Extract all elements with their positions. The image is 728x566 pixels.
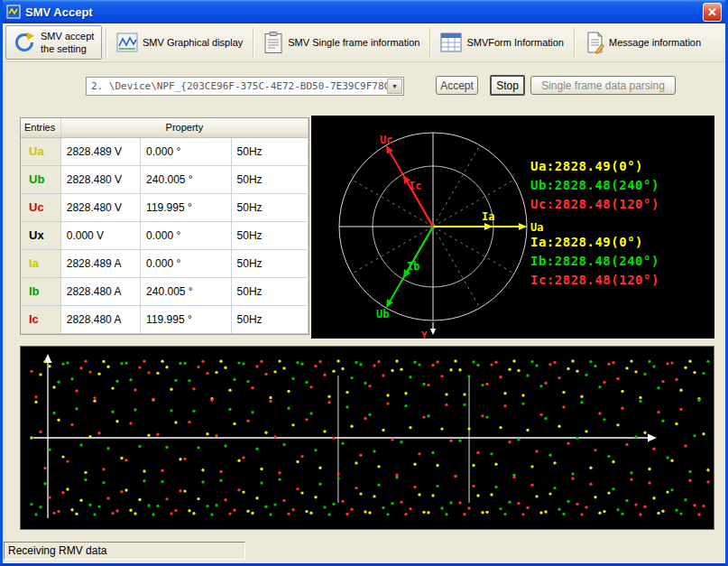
readout-uc: Uc:2828.48(120°) <box>530 195 659 214</box>
value-cell: 2828.480 A <box>60 305 140 333</box>
svg-text:Ic: Ic <box>409 180 421 192</box>
svg-text:Ub: Ub <box>376 308 389 320</box>
angle-cell: 119.995 ° <box>141 193 231 221</box>
column-header-property[interactable]: Property <box>60 118 308 137</box>
row-label: Ia <box>21 249 60 277</box>
measurement-table: Entries Property Ua 2828.489 V 0.000 ° 5… <box>20 117 309 335</box>
value-cell: 2828.480 A <box>60 277 140 305</box>
status-message: Receiving RMV data <box>4 542 245 560</box>
table-row-ua[interactable]: Ua 2828.489 V 0.000 ° 50Hz <box>21 137 309 165</box>
row-label: Ub <box>21 165 60 193</box>
table-row-ic[interactable]: Ic 2828.480 A 119.995 ° 50Hz <box>21 305 309 333</box>
toolbar-button-graphical-display[interactable]: SMV Graphical display <box>110 25 249 60</box>
table-row-ub[interactable]: Ub 2828.480 V 240.005 ° 50Hz <box>21 165 309 193</box>
svg-text:Uc: Uc <box>380 134 392 146</box>
angle-cell: 119.995 ° <box>141 305 231 333</box>
readout-ub: Ub:2828.48(240°) <box>530 176 659 195</box>
toolbar-separator <box>253 28 253 58</box>
freq-cell: 50Hz <box>231 249 308 277</box>
table-row-ia[interactable]: Ia 2828.489 A 0.000 ° 50Hz <box>21 249 309 277</box>
freq-cell: 50Hz <box>231 221 308 249</box>
angle-cell: 0.000 ° <box>141 221 231 249</box>
readout-ic: Ic:2828.48(120°) <box>530 271 659 290</box>
row-label: Ux <box>21 221 60 249</box>
message-icon <box>585 32 604 54</box>
toolbar-button-accept-setting[interactable]: SMV accept the setting <box>5 25 102 60</box>
row-label: Uc <box>21 193 60 221</box>
chart-icon <box>116 32 138 52</box>
toolbar-button-label: SMV Single frame information <box>288 37 419 48</box>
toolbar-button-smvform-info[interactable]: SMVForm Information <box>434 25 570 60</box>
sync-icon <box>13 31 36 54</box>
clipboard-icon <box>263 32 283 54</box>
accept-button[interactable]: Accept <box>436 76 478 95</box>
waveform-chart <box>21 347 714 529</box>
toolbar-button-message-info[interactable]: Message information <box>578 25 707 60</box>
device-selector[interactable]: 2. \Device\NPF_{203CE96F-375C-4E72-BD50-… <box>86 77 404 96</box>
readout-ib: Ib:2828.48(240°) <box>530 252 659 271</box>
angle-cell: 240.005 ° <box>141 277 231 305</box>
freq-cell: 50Hz <box>231 137 308 165</box>
column-header-entries[interactable]: Entries <box>21 118 60 137</box>
readout-ua: Ua:2828.49(0°) <box>530 157 659 176</box>
parse-button[interactable]: Single frame data parsing <box>530 76 676 95</box>
toolbar-button-label: Message information <box>609 37 701 48</box>
table-header-row: Entries Property <box>21 118 309 137</box>
toolbar-separator <box>429 28 430 58</box>
window-title: SMV Accept <box>25 5 703 19</box>
titlebar: SMV Accept ✕ <box>3 0 725 23</box>
row-label: Ua <box>21 137 60 165</box>
phasor-readouts: Ua:2828.49(0°) Ub:2828.48(240°) Uc:2828.… <box>530 157 659 290</box>
angle-cell: 240.005 ° <box>141 165 231 193</box>
value-cell: 2828.489 A <box>60 249 140 277</box>
freq-cell: 50Hz <box>231 305 308 333</box>
toolbar-button-label: SMV Graphical display <box>143 37 243 48</box>
freq-cell: 50Hz <box>231 193 308 221</box>
angle-cell: 0.000 ° <box>141 249 231 277</box>
row-label: Ic <box>21 305 60 333</box>
toolbar-separator <box>106 28 106 58</box>
readout-ia: Ia:2828.49(0°) <box>530 233 659 252</box>
value-cell: 2828.480 V <box>60 165 140 193</box>
close-icon: ✕ <box>707 5 717 19</box>
app-icon <box>6 5 21 19</box>
value-cell: 2828.480 V <box>60 193 140 221</box>
toolbar: SMV accept the setting SMV Graphical dis… <box>3 23 725 62</box>
form-icon <box>440 32 462 52</box>
phasor-panel: UaUbUcIaIbIcY Ua:2828.49(0°) Ub:2828.48(… <box>311 116 714 339</box>
row-label: Ib <box>21 277 60 305</box>
table-row-ux[interactable]: Ux 0.000 V 0.000 ° 50Hz <box>21 221 309 249</box>
app-window: SMV Accept ✕ SMV accept the setting <box>0 0 728 566</box>
stop-button[interactable]: Stop <box>490 75 525 96</box>
close-button[interactable]: ✕ <box>703 3 722 22</box>
table-row-ib[interactable]: Ib 2828.480 A 240.005 ° 50Hz <box>21 277 309 305</box>
freq-cell: 50Hz <box>231 165 308 193</box>
toolbar-button-label: SMV accept the setting <box>41 30 95 56</box>
waveform-panel <box>20 346 714 530</box>
toolbar-button-label: SMVForm Information <box>466 37 564 48</box>
device-selector-value: 2. \Device\NPF_{203CE96F-375C-4E72-BD50-… <box>87 80 387 92</box>
combo-dropdown-icon[interactable]: ▼ <box>387 79 402 94</box>
value-cell: 0.000 V <box>60 221 140 249</box>
angle-cell: 0.000 ° <box>141 137 231 165</box>
svg-text:Ia: Ia <box>482 210 494 223</box>
svg-text:Ib: Ib <box>407 260 419 273</box>
freq-cell: 50Hz <box>231 277 308 305</box>
svg-text:Y: Y <box>421 329 428 339</box>
toolbar-separator <box>574 28 575 58</box>
toolbar-button-single-frame-info[interactable]: SMV Single frame information <box>257 25 426 60</box>
value-cell: 2828.489 V <box>60 137 140 165</box>
table-row-uc[interactable]: Uc 2828.480 V 119.995 ° 50Hz <box>21 193 309 221</box>
